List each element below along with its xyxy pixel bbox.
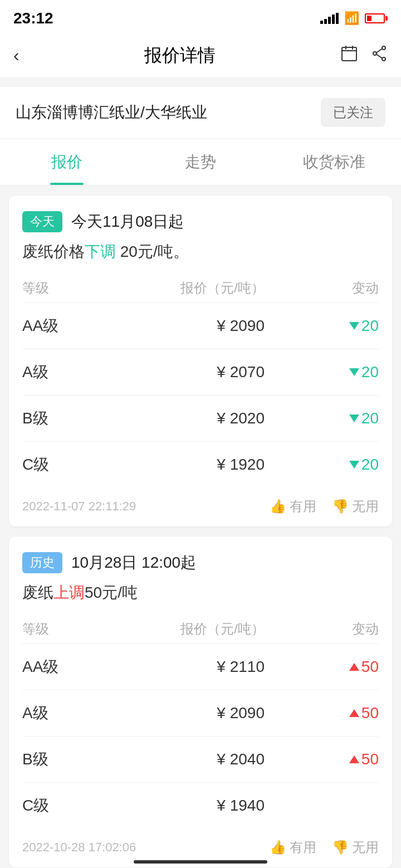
thumb-down-icon: 👎 bbox=[332, 499, 349, 514]
col-header-grade-h: 等级 bbox=[22, 620, 103, 638]
svg-rect-0 bbox=[342, 47, 356, 61]
cell-price: ¥ 2020 bbox=[103, 409, 298, 427]
footer-actions-today: 👍 有用 👎 无用 bbox=[270, 498, 379, 515]
status-bar: 23:12 📶 bbox=[0, 0, 401, 33]
cell-price: ¥ 1940 bbox=[103, 797, 298, 815]
cell-change: 50 bbox=[298, 704, 379, 722]
table-row: A级¥ 2090 50 bbox=[22, 690, 379, 737]
footer-time-today: 2022-11-07 22:11:29 bbox=[22, 499, 136, 514]
footer-actions-history: 👍 有用 👎 无用 bbox=[270, 838, 379, 856]
page-title: 报价详情 bbox=[144, 43, 216, 68]
table-header-history: 等级 报价（元/吨） 变动 bbox=[22, 615, 379, 644]
share-button[interactable] bbox=[371, 45, 388, 66]
cell-grade: A级 bbox=[22, 362, 103, 383]
svg-line-7 bbox=[376, 48, 382, 52]
arrow-down-icon bbox=[349, 461, 359, 469]
card-history: 历史 10月28日 12:00起 废纸上调50元/吨 等级 报价（元/吨） 变动… bbox=[9, 537, 392, 867]
card-today-date: 今天11月08日起 bbox=[71, 211, 184, 232]
cell-change: 50 bbox=[298, 658, 379, 676]
cell-price: ¥ 2110 bbox=[103, 658, 298, 676]
status-icons: 📶 bbox=[320, 11, 388, 26]
table-row: C级¥ 1940 bbox=[22, 783, 379, 828]
col-header-change: 变动 bbox=[298, 279, 379, 297]
tab-baojia[interactable]: 报价 bbox=[0, 139, 134, 185]
arrow-up-icon bbox=[349, 709, 359, 717]
cell-grade: AA级 bbox=[22, 315, 103, 337]
follow-button[interactable]: 已关注 bbox=[321, 98, 385, 127]
col-header-price-h: 报价（元/吨） bbox=[103, 620, 298, 638]
tab-bar: 报价 走势 收货标准 bbox=[0, 139, 401, 186]
arrow-down-icon bbox=[349, 415, 359, 422]
cell-price: ¥ 2040 bbox=[103, 750, 298, 768]
card-history-footer: 2022-10-28 17:02:06 👍 有用 👎 无用 bbox=[22, 828, 379, 856]
table-row: B级¥ 2040 50 bbox=[22, 737, 379, 783]
cell-grade: C级 bbox=[22, 795, 103, 816]
card-history-header: 历史 10月28日 12:00起 bbox=[22, 552, 379, 573]
calendar-button[interactable] bbox=[341, 45, 358, 66]
table-row: B级¥ 2020 20 bbox=[22, 396, 379, 442]
col-header-change-h: 变动 bbox=[298, 620, 379, 638]
cell-change: 20 bbox=[298, 317, 379, 335]
thumb-up-icon: 👍 bbox=[270, 499, 286, 514]
nav-right bbox=[341, 45, 388, 66]
cell-price: ¥ 2090 bbox=[103, 704, 298, 722]
arrow-up-icon bbox=[349, 663, 359, 671]
svg-point-6 bbox=[382, 57, 385, 61]
thumb-up-icon-h: 👍 bbox=[270, 840, 286, 855]
price-table-today: 等级 报价（元/吨） 变动 AA级¥ 2090 20A级¥ 2070 20B级¥… bbox=[22, 274, 379, 487]
price-table-history: 等级 报价（元/吨） 变动 AA级¥ 2110 50A级¥ 2090 50B级¥… bbox=[22, 615, 379, 828]
history-rows: AA级¥ 2110 50A级¥ 2090 50B级¥ 2040 50C级¥ 19… bbox=[22, 644, 379, 828]
arrow-down-icon bbox=[349, 368, 359, 376]
share-icon bbox=[371, 45, 388, 62]
company-bar: 山东淄博博汇纸业/大华纸业 已关注 bbox=[0, 87, 401, 138]
cell-change: 20 bbox=[298, 456, 379, 474]
cell-grade: AA级 bbox=[22, 656, 103, 677]
badge-history: 历史 bbox=[22, 552, 62, 573]
cell-price: ¥ 2090 bbox=[103, 317, 298, 335]
cell-grade: B级 bbox=[22, 749, 103, 770]
back-button[interactable]: ‹ bbox=[13, 45, 19, 66]
cell-change: 20 bbox=[298, 363, 379, 381]
arrow-up-icon bbox=[349, 755, 359, 763]
table-row: A级¥ 2070 20 bbox=[22, 349, 379, 396]
cell-grade: A级 bbox=[22, 703, 103, 724]
col-header-grade: 等级 bbox=[22, 279, 103, 297]
tab-shouhuo[interactable]: 收货标准 bbox=[267, 139, 401, 185]
table-header-today: 等级 报价（元/吨） 变动 bbox=[22, 274, 379, 303]
wifi-icon: 📶 bbox=[344, 11, 359, 26]
bottom-indicator-wrap bbox=[0, 860, 401, 864]
badge-today: 今天 bbox=[22, 211, 62, 232]
calendar-icon bbox=[341, 45, 358, 62]
status-time: 23:12 bbox=[13, 9, 53, 27]
card-today-footer: 2022-11-07 22:11:29 👍 有用 👎 无用 bbox=[22, 487, 379, 515]
table-row: C级¥ 1920 20 bbox=[22, 442, 379, 487]
card-today-header: 今天 今天11月08日起 bbox=[22, 211, 379, 232]
bottom-indicator bbox=[134, 860, 267, 864]
thumb-down-icon-h: 👎 bbox=[332, 840, 349, 855]
svg-line-8 bbox=[376, 54, 382, 58]
card-today: 今天 今天11月08日起 废纸价格下调 20元/吨。 等级 报价（元/吨） 变动… bbox=[9, 196, 392, 526]
useful-button-history[interactable]: 👍 有用 bbox=[270, 838, 316, 856]
arrow-down-icon bbox=[349, 322, 359, 330]
cell-price: ¥ 1920 bbox=[103, 456, 298, 474]
col-header-price: 报价（元/吨） bbox=[103, 279, 298, 297]
useless-button-history[interactable]: 👎 无用 bbox=[332, 838, 379, 856]
cell-grade: C级 bbox=[22, 454, 103, 475]
svg-point-4 bbox=[382, 46, 385, 50]
cell-change: 50 bbox=[298, 750, 379, 768]
today-rows: AA级¥ 2090 20A级¥ 2070 20B级¥ 2020 20C级¥ 19… bbox=[22, 303, 379, 487]
nav-bar: ‹ 报价详情 bbox=[0, 33, 401, 78]
cell-grade: B级 bbox=[22, 408, 103, 429]
company-name: 山东淄博博汇纸业/大华纸业 bbox=[16, 102, 207, 123]
cell-price: ¥ 2070 bbox=[103, 363, 298, 381]
change-action-up: 上调 bbox=[53, 584, 85, 601]
card-today-summary: 废纸价格下调 20元/吨。 bbox=[22, 241, 379, 262]
tab-qushi[interactable]: 走势 bbox=[134, 139, 267, 185]
useful-button-today[interactable]: 👍 有用 bbox=[270, 498, 316, 515]
footer-time-history: 2022-10-28 17:02:06 bbox=[22, 840, 136, 855]
nav-left: ‹ bbox=[13, 45, 19, 66]
useless-button-today[interactable]: 👎 无用 bbox=[332, 498, 379, 515]
svg-point-5 bbox=[373, 52, 376, 55]
signal-icon bbox=[320, 13, 339, 24]
table-row: AA级¥ 2090 20 bbox=[22, 303, 379, 349]
